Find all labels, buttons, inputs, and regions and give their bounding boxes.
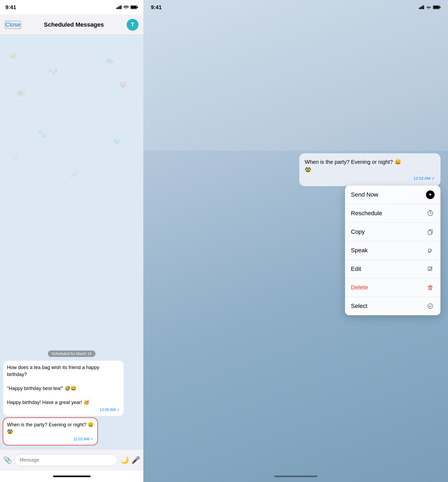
message-time-1: 12:00 AM ✓: [7, 407, 120, 412]
nav-title: Scheduled Messages: [44, 21, 104, 28]
edit-icon: [426, 265, 435, 273]
send-now-icon: [426, 190, 435, 199]
select-label: Select: [351, 303, 367, 310]
home-bar-right: [274, 476, 317, 477]
checkmark-1: ✓: [117, 407, 120, 412]
bg-icon-8: 🐟: [105, 56, 114, 65]
right-checkmark: ✓: [432, 176, 435, 180]
svg-rect-9: [422, 6, 423, 9]
input-bar: 📎 🌙 🎤: [0, 449, 143, 471]
home-bar-left: [53, 476, 91, 477]
svg-rect-3: [120, 5, 122, 9]
chat-background: 🐱 🐶 🐠 🦴 🐾 🐰 🎾 🐟 🦊 🐦 Scheduled for March …: [0, 35, 143, 449]
reschedule-label: Reschedule: [351, 210, 382, 217]
status-time-left: 9:41: [5, 4, 16, 10]
select-svg-icon: [427, 303, 433, 309]
speak-svg-icon: [427, 247, 433, 254]
context-menu-speak[interactable]: Speak: [345, 241, 440, 260]
copy-label: Copy: [351, 228, 365, 235]
home-indicator-left: [0, 471, 143, 482]
svg-rect-12: [440, 6, 440, 8]
svg-rect-7: [419, 8, 420, 9]
svg-rect-16: [428, 231, 431, 235]
context-menu-reschedule[interactable]: Reschedule: [345, 204, 440, 223]
status-bar-left: 9:41: [0, 0, 143, 15]
bg-icon-3: 🐠: [16, 89, 26, 98]
svg-rect-13: [433, 6, 439, 9]
bg-icon-10: 🐦: [113, 137, 122, 146]
message-text-2: When is the party? Evening or night? 😄🥸: [7, 421, 94, 435]
context-menu-send-now[interactable]: Send Now: [345, 186, 440, 204]
right-message-bubble[interactable]: When is the party? Evening or night? 😄🥸 …: [299, 153, 440, 186]
send-now-label: Send Now: [351, 191, 378, 198]
chat-messages: Scheduled for March 16 How does a tea ba…: [0, 346, 143, 449]
message-input[interactable]: [15, 454, 118, 466]
right-blur-top: [143, 0, 448, 151]
message-bubble-2[interactable]: When is the party? Evening or night? 😄🥸 …: [3, 418, 97, 445]
home-indicator-right: [143, 471, 448, 482]
svg-point-19: [428, 304, 433, 309]
delete-icon: [426, 283, 435, 292]
bg-icon-2: 🐶: [48, 67, 58, 76]
copy-svg-icon: [427, 229, 433, 235]
attach-icon[interactable]: 📎: [3, 456, 12, 464]
right-message-text: When is the party? Evening or night? 😄🥸: [305, 158, 435, 174]
status-time-right: 9:41: [151, 4, 162, 10]
battery-icon: [130, 5, 138, 9]
message-bubble-1[interactable]: How does a tea bag wish its friend a hap…: [3, 361, 124, 416]
left-panel: 9:41: [0, 0, 143, 482]
checkmark-2: ✓: [90, 437, 94, 441]
speak-label: Speak: [351, 247, 368, 254]
right-panel: 9:41 When is the party? Ev: [143, 0, 448, 482]
status-icons-right: [419, 5, 440, 9]
signal-icon-right: [419, 5, 424, 9]
context-menu-select[interactable]: Select: [345, 297, 440, 315]
clock-icon: [427, 210, 433, 217]
voice-icon[interactable]: 🎤: [131, 456, 140, 464]
battery-icon-right: [433, 5, 440, 9]
close-button[interactable]: Close: [5, 21, 21, 29]
context-menu-copy[interactable]: Copy: [345, 223, 440, 241]
wifi-icon-right: [426, 5, 431, 9]
bg-icon-6: 🐰: [11, 153, 20, 162]
status-bar-right: 9:41: [143, 0, 448, 15]
speak-icon: [426, 246, 435, 255]
bg-icon-9: 🦊: [118, 81, 128, 90]
upload-icon: [428, 193, 432, 197]
trash-svg-icon: [427, 284, 433, 291]
status-icons-left: [116, 5, 138, 9]
bg-icon-4: 🦴: [86, 110, 95, 119]
nav-avatar: T: [127, 19, 138, 31]
svg-rect-5: [137, 6, 138, 8]
svg-rect-17: [428, 249, 431, 252]
svg-rect-0: [116, 8, 118, 9]
right-message-time: 12:02 AM ✓: [305, 175, 435, 181]
context-menu: Send Now Reschedule Copy: [345, 186, 440, 315]
wifi-icon: [123, 5, 129, 9]
bg-icon-1: 🐱: [8, 51, 17, 60]
select-icon: [426, 302, 435, 310]
context-menu-edit[interactable]: Edit: [345, 260, 440, 278]
copy-icon: [426, 228, 435, 236]
nav-bar: Close Scheduled Messages T: [0, 15, 143, 35]
edit-label: Edit: [351, 265, 361, 272]
svg-rect-2: [119, 6, 120, 9]
emoji-icon[interactable]: 🌙: [120, 456, 129, 464]
signal-icon: [116, 5, 122, 9]
svg-rect-6: [131, 6, 137, 9]
svg-rect-10: [423, 5, 424, 9]
edit-svg-icon: [427, 266, 433, 272]
svg-rect-8: [420, 7, 421, 9]
delete-label: Delete: [351, 284, 368, 291]
bg-icon-7: 🎾: [70, 169, 79, 178]
reschedule-icon: [426, 209, 435, 218]
context-menu-delete[interactable]: Delete: [345, 278, 440, 297]
message-text-1: How does a tea bag wish its friend a hap…: [7, 364, 120, 406]
bg-icon-5: 🐾: [38, 129, 47, 138]
message-time-2: 12:02 AM ✓: [7, 436, 94, 442]
svg-rect-1: [118, 7, 119, 9]
date-badge: Scheduled for March 16: [48, 350, 95, 357]
